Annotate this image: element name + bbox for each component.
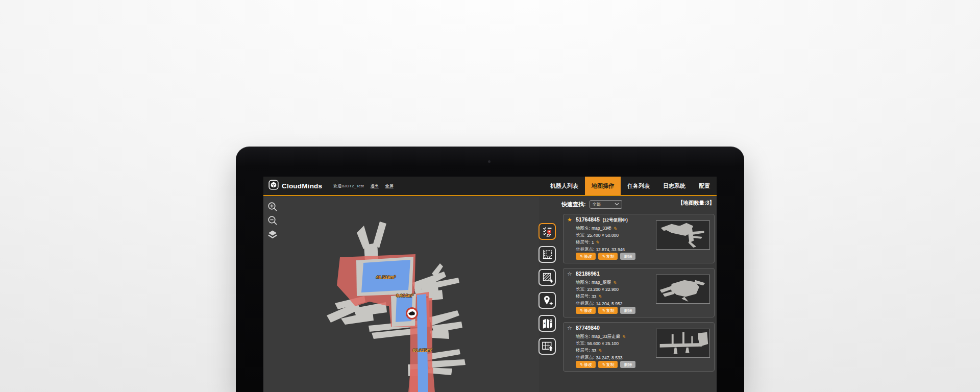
layers-icon <box>267 229 278 239</box>
copy-map-button[interactable]: ✎复制 <box>598 307 618 314</box>
layers-button[interactable] <box>267 229 278 240</box>
copy-map-button[interactable]: ✎复制 <box>598 253 618 260</box>
favorite-star-icon[interactable]: ★ <box>567 216 572 223</box>
top-navbar: CloudMinds 欢迎BJDT2_Test 退出 全屏 机器人列表 地图操作… <box>263 177 717 196</box>
delete-label: 删除 <box>624 308 632 313</box>
map-thumbnail-shape <box>656 221 709 249</box>
field-label: 长宽: <box>576 340 585 347</box>
map-thumbnail <box>656 329 710 358</box>
copy-map-button[interactable]: ✎复制 <box>598 361 618 368</box>
map-canvas[interactable]: 40.519m² 8.614m² 80.215m² <box>263 197 539 392</box>
field-label: 楼层号: <box>576 348 590 354</box>
card-actions: ✎修改 ✎复制 删除 <box>576 253 635 260</box>
pencil-icon: ✎ <box>602 362 605 367</box>
edit-name-icon[interactable]: ✎ <box>612 280 617 285</box>
zoom-out-button[interactable] <box>267 215 278 226</box>
content-area: 40.519m² 8.614m² 80.215m² <box>263 197 717 392</box>
app-screen: CloudMinds 欢迎BJDT2_Test 退出 全屏 机器人列表 地图操作… <box>263 177 717 392</box>
brand-name: CloudMinds <box>282 182 322 190</box>
filter-dropdown-value: 全部 <box>593 202 601 207</box>
tab-task-list[interactable]: 任务列表 <box>621 177 656 195</box>
panel-header: 快速查找: 全部 【地图数量:3】 <box>561 200 717 209</box>
map-thumbnail-shape <box>656 329 709 357</box>
favorite-star-icon[interactable]: ☆ <box>567 325 572 331</box>
floor-value: 1 <box>592 240 594 245</box>
tab-robot-list[interactable]: 机器人列表 <box>544 177 585 195</box>
map-name-value: map_腿腿 <box>592 280 611 286</box>
welcome-text: 欢迎BJDT2_Test <box>333 183 364 189</box>
map-size-value: 25.400 × 50.000 <box>587 233 619 238</box>
main-menu: 机器人列表 地图操作 任务列表 日志系统 配置 <box>544 177 717 195</box>
measure-area-button[interactable] <box>538 246 556 263</box>
card-actions: ✎修改 ✎复制 删除 <box>576 361 635 368</box>
field-label: 楼层号: <box>576 239 590 246</box>
edit-map-button[interactable]: ✎修改 <box>576 361 596 368</box>
field-label: 坐标原点: <box>576 355 594 361</box>
map-card-title: 87749840 <box>576 325 601 331</box>
fullscreen-link[interactable]: 全屏 <box>385 183 394 189</box>
delete-label: 删除 <box>624 362 632 368</box>
pencil-icon: ✎ <box>602 308 605 313</box>
webcam-dot <box>488 160 491 163</box>
map-list-panel: 快速查找: 全部 【地图数量:3】 ★ 51764845 (12号使用中) <box>561 197 717 392</box>
delete-label: 删除 <box>624 254 632 259</box>
edit-map-button[interactable]: ✎修改 <box>576 253 596 260</box>
session-links: 欢迎BJDT2_Test 退出 全屏 <box>333 183 394 189</box>
favorite-star-icon[interactable]: ☆ <box>567 271 572 277</box>
edit-map-button[interactable]: ✎修改 <box>576 307 596 314</box>
quick-search-label: 快速查找: <box>561 201 586 208</box>
delete-map-button[interactable]: 删除 <box>620 253 635 260</box>
zoom-in-button[interactable] <box>267 201 278 212</box>
map-card-title: 51764845 (12号使用中) <box>576 216 628 224</box>
tab-log-system[interactable]: 日志系统 <box>656 177 692 195</box>
edit-floor-icon[interactable]: ✎ <box>598 348 602 353</box>
delete-map-button[interactable]: 删除 <box>620 361 635 368</box>
field-label: 楼层号: <box>576 293 590 300</box>
add-poi-button[interactable] <box>538 292 556 309</box>
add-virtual-wall-button[interactable] <box>538 269 556 286</box>
map-size-value: 56.600 × 25.100 <box>587 341 619 346</box>
field-label: 地图名: <box>576 280 590 286</box>
map-controls <box>267 201 278 240</box>
map-card[interactable]: ☆ 82186961 地图名:map_腿腿✎ 长宽:23.200 × 22.90… <box>563 268 715 317</box>
map-card[interactable]: ☆ 87749840 地图名:map_33层走廊✎ 长宽:56.600 × 25… <box>563 322 715 372</box>
task-point-list-button[interactable] <box>538 223 556 240</box>
ruler-frame-icon <box>541 248 554 261</box>
edit-floor-icon[interactable]: ✎ <box>598 294 602 299</box>
logout-link[interactable]: 退出 <box>371 183 379 189</box>
edit-name-icon[interactable]: ✎ <box>622 334 626 339</box>
upload-map-button[interactable] <box>538 338 556 355</box>
edit-name-icon[interactable]: ✎ <box>613 226 617 231</box>
robot-position-marker[interactable] <box>407 308 418 319</box>
filter-dropdown[interactable]: 全部 <box>590 200 622 209</box>
map-card[interactable]: ★ 51764845 (12号使用中) 地图名:map_33楼✎ 长宽:25.4… <box>563 214 715 263</box>
map-name-value: map_33层走廊 <box>592 334 620 340</box>
cloudminds-logo-icon <box>268 180 279 192</box>
tab-configuration[interactable]: 配置 <box>692 177 717 195</box>
card-actions: ✎修改 ✎复制 删除 <box>576 307 635 314</box>
area-label-1: 40.519m² <box>376 275 396 280</box>
map-thumbnail <box>656 220 710 250</box>
svg-text:×: × <box>543 322 545 325</box>
field-label: 坐标原点: <box>576 301 594 307</box>
map-size-value: 23.200 × 22.900 <box>587 287 619 292</box>
map-marker-button[interactable]: × <box>538 315 556 332</box>
field-label: 地图名: <box>576 334 590 340</box>
map-card-fields: 地图名:map_腿腿✎ 长宽:23.200 × 22.900 楼层号:33✎ 坐… <box>576 279 622 307</box>
map-id: 51764845 <box>576 216 600 223</box>
area-label-3: 80.215m² <box>413 348 433 353</box>
tab-map-operations[interactable]: 地图操作 <box>585 177 621 195</box>
map-card-title: 82186961 <box>576 271 601 277</box>
edit-label: 修改 <box>584 362 592 368</box>
copy-label: 复制 <box>606 308 614 313</box>
copy-label: 复制 <box>606 254 614 259</box>
area-label-2: 8.614m² <box>396 293 413 298</box>
occupancy-map-svg: 40.519m² 8.614m² 80.215m² <box>263 197 539 392</box>
field-label: 地图名: <box>576 226 590 232</box>
map-card-fields: 地图名:map_33层走廊✎ 长宽:56.600 × 25.100 楼层号:33… <box>576 333 626 361</box>
magnifier-plus-icon <box>267 202 278 212</box>
checklist-pin-icon <box>541 225 554 238</box>
delete-map-button[interactable]: 删除 <box>620 307 635 314</box>
edit-floor-icon[interactable]: ✎ <box>596 240 600 245</box>
map-upload-icon <box>541 340 554 353</box>
